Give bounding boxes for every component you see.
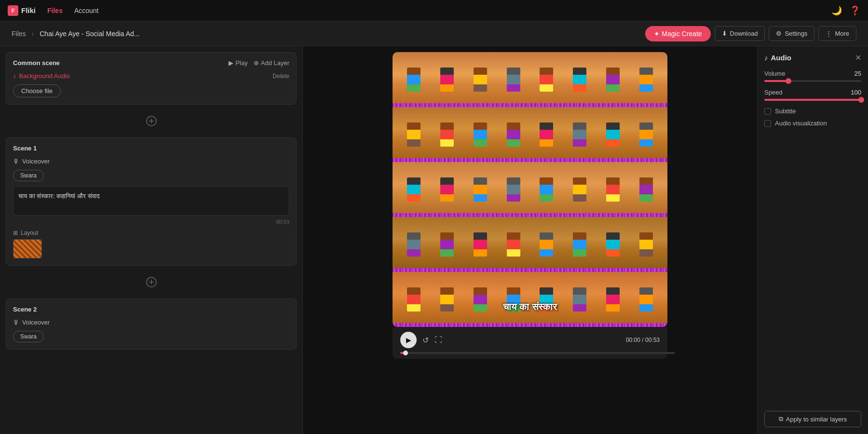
scene1-text-container: document.querySelector('[data-name="scen…	[13, 186, 289, 225]
nav-account[interactable]: Account	[74, 7, 99, 14]
settings-button[interactable]: ⚙ Settings	[769, 26, 814, 41]
audio-viz-label: Audio visualization	[775, 120, 827, 127]
volume-fill	[764, 80, 788, 82]
layout-label-1: ⊞ Layout	[13, 230, 289, 236]
pixel-row-4	[393, 217, 667, 272]
volume-row: Volume 25	[764, 70, 861, 77]
nav-right: 🌙 ❓	[831, 5, 860, 16]
char-4-6	[573, 232, 586, 257]
common-scene-play[interactable]: ▶ Play	[229, 59, 247, 67]
char-4-8	[639, 232, 653, 257]
char-3-1	[407, 177, 420, 202]
add-icon	[146, 115, 157, 127]
bg-audio-row: ♪ Background Audio Delete	[13, 72, 289, 80]
logo[interactable]: F Fliki	[8, 5, 36, 16]
volume-slider[interactable]	[764, 80, 861, 82]
scene2-header: Scene 2	[13, 306, 289, 313]
pixel-row-2	[393, 107, 667, 162]
voice-swara-1[interactable]: Swara	[13, 170, 44, 181]
breadcrumb-bar: Files › Chai Aye Aye - Social Media Ad..…	[0, 21, 868, 46]
add-scene-2[interactable]	[0, 271, 302, 293]
layers-icon: ⊕	[254, 59, 259, 67]
char-3-7	[606, 177, 620, 202]
breadcrumb-files[interactable]: Files	[12, 30, 26, 38]
char-1-2	[440, 68, 454, 92]
char-1-1	[407, 68, 420, 92]
voiceover-row-2: 🎙 Voiceover	[13, 319, 289, 326]
video-row-5: चाय का संस्कार	[393, 272, 667, 327]
video-row-1	[393, 52, 667, 107]
more-button[interactable]: ⋮ More	[818, 26, 856, 41]
scene2-card: Scene 2 🎙 Voiceover Swara	[6, 298, 297, 350]
common-scene-card: Common scene ▶ Play ⊕ Add Layer ♪ Backgr…	[6, 52, 297, 105]
subtitle-checkbox[interactable]	[764, 108, 771, 115]
char-5-2	[440, 287, 454, 312]
video-row-2	[393, 107, 667, 162]
subtitle-label: Subtitle	[775, 108, 796, 115]
scene1-text-input[interactable]	[13, 186, 289, 216]
char-1-8	[639, 68, 653, 92]
time-display: 00:00 / 00:53	[626, 337, 660, 343]
breadcrumb-current: Chai Aye Aye - Social Media Ad...	[40, 30, 139, 38]
speed-thumb	[858, 97, 864, 103]
breadcrumb-actions: ✦ Magic Create ⬇ Download ⚙ Settings ⋮ M…	[645, 26, 856, 41]
layout-thumb-preview	[14, 240, 41, 258]
replay-button[interactable]: ↺	[422, 336, 429, 345]
settings-icon: ⚙	[776, 30, 782, 37]
char-4-7	[606, 232, 620, 257]
char-1-6	[573, 68, 586, 92]
pixel-row-1	[393, 52, 667, 107]
mic-icon: 🎙	[13, 158, 19, 165]
char-2-8	[639, 122, 653, 147]
choose-file-button[interactable]: Choose file	[13, 84, 61, 97]
char-4-4	[507, 232, 520, 257]
mic-icon-2: 🎙	[13, 319, 19, 326]
app-name: Fliki	[21, 6, 36, 14]
scene1-title: Scene 1	[13, 145, 37, 152]
layout-thumbnail-1[interactable]	[13, 239, 42, 258]
video-grid: चाय का संस्कार	[393, 52, 667, 327]
volume-value: 25	[854, 70, 861, 77]
add-scene-1[interactable]	[0, 110, 302, 132]
magic-create-button[interactable]: ✦ Magic Create	[645, 26, 710, 41]
char-5-7	[606, 287, 620, 312]
dark-mode-toggle[interactable]: 🌙	[831, 5, 842, 16]
nav-files[interactable]: Files	[47, 7, 63, 14]
play-pause-button[interactable]: ▶	[400, 332, 417, 348]
pixel-row-5	[393, 272, 667, 327]
top-nav: F Fliki Files Account 🌙 ❓	[0, 0, 868, 21]
add-layer-button[interactable]: ⊕ Add Layer	[254, 59, 289, 67]
volume-control: Volume 25	[764, 70, 861, 82]
char-5-1	[407, 287, 420, 312]
delete-bg-audio[interactable]: Delete	[272, 73, 289, 80]
scene1-header: Scene 1	[13, 145, 289, 152]
audio-viz-checkbox[interactable]	[764, 120, 771, 127]
char-5-6	[573, 287, 586, 312]
speed-slider[interactable]	[764, 99, 861, 101]
help-button[interactable]: ❓	[850, 5, 860, 16]
common-scene-actions: ▶ Play ⊕ Add Layer	[229, 59, 289, 67]
char-1-7	[606, 68, 620, 92]
char-2-6	[573, 122, 586, 147]
speed-control: Speed 100	[764, 89, 861, 101]
scene1-card: Scene 1 🎙 Voiceover Swara document.query…	[6, 137, 297, 266]
download-button[interactable]: ⬇ Download	[715, 26, 765, 41]
download-icon: ⬇	[722, 30, 727, 37]
video-controls: ▶ ↺ ⛶ 00:00 / 00:53	[393, 327, 667, 359]
more-icon: ⋮	[826, 30, 832, 37]
subtitle-row[interactable]: Subtitle	[764, 108, 861, 115]
audio-viz-row[interactable]: Audio visualization	[764, 120, 861, 127]
char-2-7	[606, 122, 620, 147]
copy-icon: ⧉	[779, 415, 783, 423]
apply-similar-button[interactable]: ⧉ Apply to similar layers	[764, 411, 861, 427]
char-3-2	[440, 177, 454, 202]
voice-swara-2[interactable]: Swara	[13, 331, 44, 342]
fullscreen-button[interactable]: ⛶	[434, 336, 442, 344]
close-audio-panel[interactable]: ✕	[855, 53, 861, 62]
center-panel: चाय का संस्कार ▶ ↺ ⛶ 00:00 / 00:53	[303, 46, 757, 434]
char-2-2	[440, 122, 454, 147]
char-4-5	[540, 232, 553, 257]
volume-thumb	[786, 78, 791, 84]
progress-bar[interactable]	[400, 352, 675, 354]
breadcrumb-separator: ›	[32, 30, 34, 38]
